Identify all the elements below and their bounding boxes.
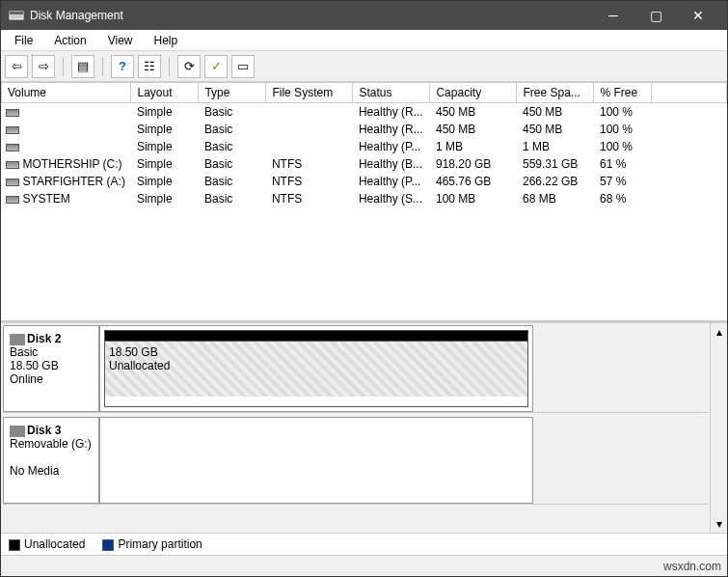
col-free[interactable]: Free Spa... — [517, 83, 594, 103]
back-button[interactable]: ⇦ — [5, 55, 28, 78]
view-mode-button[interactable]: ▤ — [71, 55, 94, 78]
disk-icon — [10, 334, 25, 345]
close-button[interactable]: ✕ — [677, 1, 719, 30]
disk-block-3[interactable]: Disk 3 Removable (G:) No Media — [3, 417, 708, 505]
app-icon — [9, 8, 24, 23]
partition-size: 18.50 GB — [109, 345, 524, 359]
window-title: Disk Management — [30, 9, 123, 22]
svg-rect-1 — [10, 12, 23, 14]
legend-swatch-primary — [102, 539, 114, 551]
disk-state: Online — [10, 372, 93, 386]
legend-label-primary: Primary partition — [118, 537, 202, 551]
disk-graphic-pane: Disk 2 Basic 18.50 GB Online 18.50 GB Un… — [1, 323, 727, 533]
volume-icon — [6, 179, 19, 186]
menu-bar: File Action View Help — [1, 30, 727, 51]
disk-type: Basic — [10, 345, 93, 359]
legend-swatch-unallocated — [9, 539, 20, 551]
partition-type: Unallocated — [109, 359, 524, 372]
refresh-button[interactable]: ⟳ — [177, 55, 201, 78]
legend: Unallocated Primary partition — [1, 533, 727, 555]
col-volume[interactable]: Volume — [2, 83, 131, 103]
table-row[interactable]: STARFIGHTER (A:)SimpleBasicNTFSHealthy (… — [2, 173, 727, 190]
col-status[interactable]: Status — [353, 83, 430, 103]
menu-view[interactable]: View — [98, 32, 143, 49]
col-extra[interactable] — [652, 83, 727, 103]
col-fs[interactable]: File System — [266, 83, 353, 103]
views-button[interactable]: ☷ — [138, 55, 161, 78]
disk-size: 18.50 GB — [10, 359, 93, 372]
scroll-up-icon[interactable]: ▴ — [716, 325, 722, 339]
scroll-down-icon[interactable]: ▾ — [716, 517, 722, 531]
disk-name: Disk 2 — [27, 332, 61, 345]
table-row[interactable]: MOTHERSHIP (C:)SimpleBasicNTFSHealthy (B… — [2, 155, 727, 173]
disk-icon — [10, 426, 25, 437]
menu-file[interactable]: File — [5, 32, 42, 49]
volume-icon — [6, 126, 19, 134]
status-bar: wsxdn.com — [1, 555, 727, 576]
maximize-button[interactable]: ▢ — [634, 1, 677, 30]
menu-help[interactable]: Help — [145, 32, 188, 49]
col-type[interactable]: Type — [199, 83, 266, 103]
help-button[interactable]: ? — [111, 55, 134, 78]
col-layout[interactable]: Layout — [131, 83, 199, 103]
partition-unallocated[interactable]: 18.50 GB Unallocated — [104, 330, 528, 407]
col-pct[interactable]: % Free — [594, 83, 652, 103]
disk-state: No Media — [10, 464, 93, 478]
legend-label-unallocated: Unallocated — [24, 537, 85, 551]
check-button[interactable]: ✓ — [204, 55, 228, 78]
table-row[interactable]: SimpleBasicHealthy (R...450 MB450 MB100 … — [2, 103, 727, 122]
col-capacity[interactable]: Capacity — [430, 83, 517, 103]
volume-list[interactable]: Volume Layout Type File System Status Ca… — [1, 82, 727, 323]
table-row[interactable]: SimpleBasicHealthy (R...450 MB450 MB100 … — [2, 121, 727, 138]
forward-button[interactable]: ⇨ — [32, 55, 55, 78]
volume-icon — [6, 161, 19, 169]
footer-text: wsxdn.com — [663, 560, 721, 573]
disk-type: Removable (G:) — [10, 437, 93, 451]
minimize-button[interactable]: ─ — [592, 1, 634, 30]
table-row[interactable]: SimpleBasicHealthy (P...1 MB1 MB100 % — [2, 138, 727, 155]
region-button[interactable]: ▭ — [231, 55, 255, 78]
volume-icon — [6, 144, 19, 151]
menu-action[interactable]: Action — [44, 32, 95, 49]
toolbar: ⇦ ⇨ ▤ ? ☷ ⟳ ✓ ▭ — [1, 51, 727, 82]
disk-block-2[interactable]: Disk 2 Basic 18.50 GB Online 18.50 GB Un… — [3, 325, 708, 413]
table-row[interactable]: SYSTEMSimpleBasicNTFSHealthy (S...100 MB… — [2, 190, 727, 207]
disk-name: Disk 3 — [27, 424, 61, 437]
title-bar: Disk Management ─ ▢ ✕ — [1, 1, 727, 30]
scrollbar[interactable]: ▴ ▾ — [710, 323, 727, 533]
volume-icon — [6, 109, 19, 117]
volume-icon — [6, 196, 19, 204]
